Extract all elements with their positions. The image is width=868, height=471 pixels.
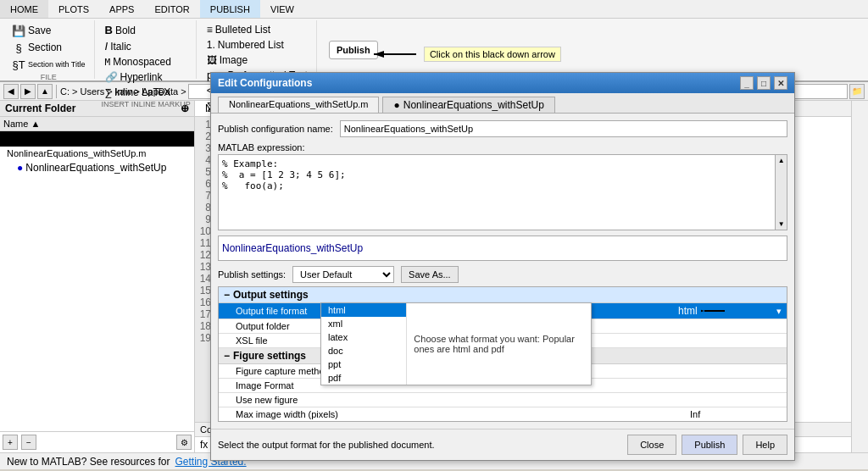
config-name-input[interactable] [340,120,787,137]
remove-btn[interactable]: − [21,435,36,450]
output-format-dropdown-btn[interactable]: ▾ [775,304,787,319]
browse-btn[interactable]: 📁 [849,84,865,99]
search-input[interactable] [3,134,191,144]
output-folder-value [685,324,787,328]
toolbar-divider [56,85,57,98]
arrow-label: Click on this black down arrow [424,47,561,62]
menu-plots[interactable]: PLOTS [48,0,99,18]
save-icon: 💾 [12,24,25,37]
menu-publish[interactable]: PUBLISH [200,0,260,18]
inline-group-label: INSERT INLINE MARKUP [102,100,191,108]
format-option-latex[interactable]: latex [321,330,406,344]
dialog-titlebar: Edit Configurations _ □ ✕ [211,73,794,93]
name-column-header: Name ▲ [0,117,194,131]
format-option-pdf[interactable]: pdf [321,371,406,385]
add-btn[interactable]: + [3,435,18,450]
settings-area: − Output settings Output file format htm… [218,286,787,422]
save-as-button[interactable]: Save As... [401,266,459,283]
menu-bar: HOME PLOTS APPS EDITOR PUBLISH VIEW [0,0,868,19]
dialog-title-buttons: _ □ ✕ [740,76,787,90]
help-button[interactable]: Help [743,435,787,455]
matlab-expr-textarea[interactable]: % Example: % a = [1 2 3; 4 5 6]; % foo(a… [218,154,776,230]
publish-area: Publish Click on this black down arrow [319,20,388,79]
arrow-svg [370,46,420,63]
format-option-ppt[interactable]: ppt [321,357,406,371]
right-panel [851,101,868,452]
format-arrow-svg [701,305,726,317]
max-width-value: Inf [685,407,787,421]
config-name-row: Publish configuration name: [218,120,787,137]
dialog-footer: Select the output format for the publish… [211,429,794,460]
config-name-label: Publish configuration name: [218,124,333,134]
toolbar-up-btn[interactable]: ▲ [37,84,53,99]
publish-dialog-button[interactable]: Publish [682,435,737,455]
section-title-button[interactable]: §T Section with Title [8,56,89,73]
code-preview: NonlinearEquations_withSetUp [218,236,787,261]
ribbon-group-file: 💾 Save § Section §T Section with Title F… [3,20,95,79]
output-settings-header[interactable]: − Output settings [219,287,787,303]
bold-button[interactable]: B Bold [102,22,191,38]
inline-latex-button[interactable]: ∑ Inline LaTeX [102,85,191,100]
dialog-maximize-btn[interactable]: □ [757,76,771,90]
max-width-row[interactable]: Max image width (pixels) Inf [219,407,787,422]
file-item-dir[interactable]: ● NonlinearEquations_withSetUp [0,160,194,175]
matlab-expr-label: MATLAB expression: [218,142,787,152]
use-new-figure-row[interactable]: Use new figure [219,393,787,407]
ribbon-group-lists: ≡ Bulleted List 1. Numbered List 🖼 Image… [198,20,317,79]
output-format-value: html [673,303,775,319]
dialog-title: Edit Configurations [218,77,312,89]
file-tree: NonlinearEquations_withSetUp.m ● Nonline… [0,147,194,431]
menu-editor[interactable]: EDITOR [144,0,199,18]
search-box[interactable] [0,131,194,147]
image-button[interactable]: 🖼 Image [203,53,311,68]
menu-apps[interactable]: APPS [99,0,144,18]
section-icon: § [12,41,25,54]
settings-btn[interactable]: ⚙ [176,435,192,450]
dialog-minimize-btn[interactable]: _ [740,76,754,90]
menu-view[interactable]: VIEW [260,0,304,18]
numbered-list-button[interactable]: 1. Numbered List [203,37,311,53]
format-option-xml[interactable]: xml [321,317,406,330]
format-options-list: html xml latex doc ppt pdf [321,303,407,385]
toolbar-back-btn[interactable]: ◀ [3,84,19,99]
nonlinear-tab[interactable]: NonlinearEquations_withSetUp.m [218,97,379,113]
publish-settings-select[interactable]: User Default [292,266,394,283]
publish-settings-label: Publish settings: [218,269,286,280]
toolbar-forward-btn[interactable]: ▶ [20,84,36,99]
ribbon-group-inline: B Bold I Italic M Monospaced 🔗 Hyperlink… [97,20,197,79]
hyperlink-button[interactable]: 🔗 Hyperlink [102,69,191,85]
dialog-close-btn[interactable]: ✕ [774,76,787,90]
format-option-html[interactable]: html [321,303,406,317]
dialog-status: Select the output format for the publish… [218,435,622,455]
format-dropdown: html xml latex doc ppt pdf Choose what f… [320,302,592,385]
menu-home[interactable]: HOME [0,0,48,18]
config-tab[interactable]: ● NonlinearEquations_withSetUp [382,97,554,113]
section-button[interactable]: § Section [8,39,89,56]
left-panel: Current Folder ⊕ Name ▲ NonlinearEquatio… [0,101,195,452]
bulleted-list-button[interactable]: ≡ Bulleted List [203,22,311,37]
left-panel-footer: + − ⚙ [0,431,194,452]
dialog-body: Publish configuration name: MATLAB expre… [211,114,794,429]
xsl-file-value [685,339,787,342]
use-new-figure-label: Use new figure [219,393,685,407]
save-button[interactable]: 💾 Save [8,22,89,39]
publish-settings-row: Publish settings: User Default Save As..… [218,266,787,283]
arrow-annotation: Click on this black down arrow [370,46,561,63]
textarea-scrollbar[interactable]: ▲ ▼ [776,154,787,230]
file-group-label: FILE [8,73,89,81]
format-tooltip: Choose what format you want: Popular one… [407,303,591,385]
close-button[interactable]: Close [627,435,676,455]
monospaced-button[interactable]: M Monospaced [102,54,191,69]
section-title-icon: §T [12,58,25,71]
italic-button[interactable]: I Italic [102,38,191,54]
edit-configurations-dialog[interactable]: Edit Configurations _ □ ✕ NonlinearEquat… [210,72,795,461]
file-item-m[interactable]: NonlinearEquations_withSetUp.m [0,147,194,160]
dialog-tabs: NonlinearEquations_withSetUp.m ● Nonline… [211,93,794,114]
format-option-doc[interactable]: doc [321,344,406,357]
max-width-label: Max image width (pixels) [219,407,685,421]
